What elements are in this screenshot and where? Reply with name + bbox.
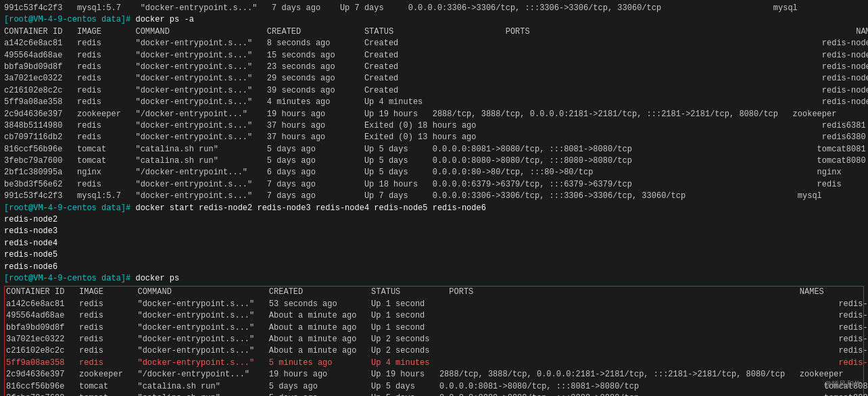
terminal: 991c53f4c2f3 mysql:5.7 "docker-entrypoin… bbox=[0, 0, 868, 396]
row-a142-created: a142c6e8ac81 redis "docker-entrypoint.s.… bbox=[4, 38, 864, 49]
header-row-all: CONTAINER ID IMAGE COMMAND CREATED STATU… bbox=[4, 26, 864, 38]
row-3a70-created: 3a7021ec0322 redis "docker-entrypoint.s.… bbox=[4, 73, 864, 84]
prompt-docker-ps: [root@VM-4-9-centos data]# docker ps bbox=[4, 273, 864, 284]
ps-row-5ff9-highlight: 5ff9a08ae358 redis "docker-entrypoint.s.… bbox=[6, 357, 862, 369]
row-5ff9-up: 5ff9a08ae358 redis "docker-entrypoint.s.… bbox=[4, 97, 864, 108]
prompt-docker-start: [root@VM-4-9-centos data]# docker start … bbox=[4, 203, 864, 214]
row-3feb-tomcat: 3febc79a7600 tomcat "catalina.sh run" 5 … bbox=[4, 155, 864, 167]
ps-row-3a70: 3a7021ec0322 redis "docker-entrypoint.s.… bbox=[6, 334, 862, 345]
ps-row-495564: 495564ad68ae redis "docker-entrypoint.s.… bbox=[6, 310, 862, 322]
row-c216-created: c216102e8c2c redis "docker-entrypoint.s.… bbox=[4, 85, 864, 97]
row-816c-tomcat: 816ccf56b96e tomcat "catalina.sh run" 5 … bbox=[4, 144, 864, 155]
line-mysql-top: 991c53f4c2f3 mysql:5.7 "docker-entrypoin… bbox=[4, 3, 864, 14]
node-output-6: redis-node6 bbox=[4, 262, 864, 273]
ps-row-bbfa: bbfa9bd09d8f redis "docker-entrypoint.s.… bbox=[6, 322, 862, 334]
node-output-3: redis-node3 bbox=[4, 226, 864, 237]
watermark: @顿风和炸 bbox=[824, 379, 861, 389]
ps-row-2c9d: 2c9d4636e397 zookeeper "/docker-entrypoi… bbox=[6, 369, 862, 380]
prompt-docker-ps-a: [root@VM-4-9-centos data]# docker ps -a bbox=[4, 14, 864, 26]
row-be3b-redis: be3bd3f56e62 redis "docker-entrypoint.s.… bbox=[4, 179, 864, 191]
node-output-2: redis-node2 bbox=[4, 214, 864, 226]
row-bbfa-created: bbfa9bd09d8f redis "docker-entrypoint.s.… bbox=[4, 61, 864, 73]
row-3848-exited: 3848b5114980 redis "docker-entrypoint.s.… bbox=[4, 120, 864, 132]
node-output-4: redis-node4 bbox=[4, 238, 864, 249]
row-2c9d-zoo: 2c9d4636e397 zookeeper "/docker-entrypoi… bbox=[4, 109, 864, 120]
ps-header-row: CONTAINER ID IMAGE COMMAND CREATED STATU… bbox=[6, 287, 862, 298]
node-output-5: redis-node5 bbox=[4, 249, 864, 261]
ps-row-a142: a142c6e8ac81 redis "docker-entrypoint.s.… bbox=[6, 299, 862, 310]
ps-row-c216: c216102e8c2c redis "docker-entrypoint.s.… bbox=[6, 345, 862, 357]
highlighted-docker-ps-output: CONTAINER ID IMAGE COMMAND CREATED STATU… bbox=[4, 286, 864, 396]
ps-row-3feb: 3febc79a7600 tomcat "catalina.sh run" 5 … bbox=[6, 393, 862, 396]
ps-row-816c: 816ccf56b96e tomcat "catalina.sh run" 5 … bbox=[6, 381, 862, 393]
row-cb70-exited: cb7097116db2 redis "docker-entrypoint.s.… bbox=[4, 132, 864, 143]
row-495564-created: 495564ad68ae redis "docker-entrypoint.s.… bbox=[4, 50, 864, 61]
row-991c-mysql: 991c53f4c2f3 mysql:5.7 "docker-entrypoin… bbox=[4, 191, 864, 202]
row-2bf1-nginx: 2bf1c380995a nginx "/docker-entrypoint..… bbox=[4, 167, 864, 178]
